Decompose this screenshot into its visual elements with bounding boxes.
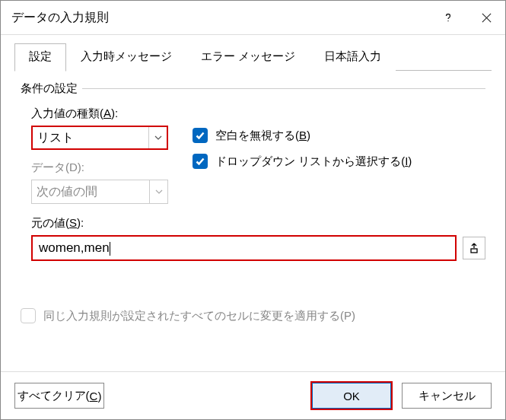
ignore-blank-checkbox[interactable] (193, 128, 208, 143)
apply-all-checkbox (21, 308, 36, 323)
svg-point-0 (447, 21, 448, 21)
data-value: 次の値の間 (37, 184, 97, 200)
svg-rect-3 (471, 249, 477, 253)
data-combo: 次の値の間 (31, 180, 168, 204)
allow-value: リスト (37, 130, 74, 146)
in-cell-dropdown-checkbox[interactable] (193, 154, 208, 169)
tab-settings[interactable]: 設定 (14, 43, 66, 72)
range-selector-icon (469, 243, 479, 253)
range-selector-button[interactable] (463, 237, 485, 259)
in-cell-dropdown-label: ドロップダウン リストから選択する(I) (215, 154, 412, 169)
source-input[interactable]: women,men (31, 235, 457, 261)
source-value: women,men (39, 240, 110, 256)
chevron-down-icon (148, 127, 167, 148)
data-validation-dialog: データの入力規則 設定 入力時メッセージ エラー メッセージ 日本語入力 条件の… (0, 0, 506, 420)
allow-combo[interactable]: リスト (31, 126, 168, 150)
source-label: 元の値(S): (31, 216, 485, 231)
ok-button[interactable]: OK (312, 383, 391, 409)
help-button[interactable] (429, 1, 467, 35)
criteria-group-label: 条件の設定 (21, 81, 485, 96)
clear-all-button[interactable]: すべてクリア(C) (14, 383, 104, 409)
apply-all-label: 同じ入力規則が設定されたすべてのセルに変更を適用する(P) (43, 309, 355, 323)
tab-input-message[interactable]: 入力時メッセージ (66, 43, 186, 72)
titlebar: データの入力規則 (1, 1, 505, 35)
allow-label: 入力値の種類(A): (31, 107, 186, 121)
tab-bar: 設定 入力時メッセージ エラー メッセージ 日本語入力 (14, 35, 396, 71)
dialog-title: データの入力規則 (11, 10, 429, 26)
ignore-blank-label: 空白を無視する(B) (215, 129, 310, 143)
close-button[interactable] (467, 1, 505, 35)
tab-ime[interactable]: 日本語入力 (310, 43, 396, 72)
cancel-button[interactable]: キャンセル (402, 383, 492, 409)
data-label: データ(D): (31, 161, 186, 175)
dialog-footer: すべてクリア(C) OK キャンセル (1, 371, 505, 419)
chevron-down-icon (149, 180, 167, 203)
tab-error-message[interactable]: エラー メッセージ (186, 43, 310, 72)
